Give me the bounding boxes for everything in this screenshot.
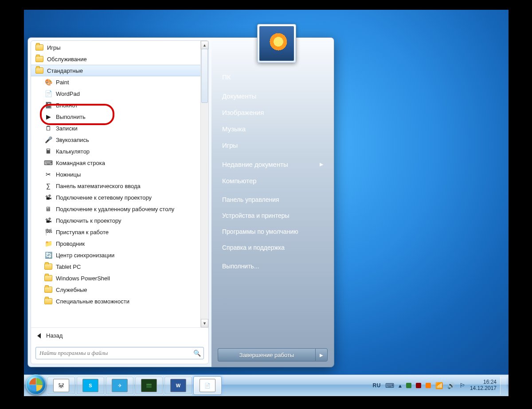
program-item-14[interactable]: 🖥Подключение к удаленному рабочему столу — [31, 203, 208, 215]
shutdown-button[interactable]: Завершение работы — [218, 348, 315, 362]
start-right-link-3[interactable]: Музыка — [219, 121, 327, 137]
program-item-label: WordPad — [56, 90, 80, 97]
start-right-link-label: Изображения — [222, 109, 264, 116]
tray-chevron-up-icon[interactable]: ▴ — [399, 382, 402, 389]
app-icon: 🎨 — [44, 78, 52, 86]
desktop[interactable]: ИгрыОбслуживаниеСтандартные🎨Paint📄WordPa… — [24, 10, 509, 396]
network-icon[interactable]: 📶 — [435, 382, 443, 389]
start-menu: ИгрыОбслуживаниеСтандартные🎨Paint📄WordPa… — [27, 37, 334, 367]
folder-icon — [35, 67, 43, 75]
scroll-thumb[interactable] — [201, 49, 208, 103]
search-input[interactable] — [39, 349, 193, 357]
program-item-16[interactable]: 🏁Приступая к работе — [31, 226, 208, 238]
program-item-1[interactable]: Обслуживание — [31, 53, 208, 65]
program-item-18[interactable]: 🔄Центр синхронизации — [31, 249, 208, 261]
shutdown-split-button[interactable]: Завершение работы ▶ — [218, 348, 328, 362]
app-icon: 📁 — [44, 240, 52, 248]
program-item-15[interactable]: 📽Подключить к проектору — [31, 215, 208, 226]
program-item-10[interactable]: ⌨Командная строка — [31, 157, 208, 169]
taskbar-item-panda[interactable]: 🐼 — [47, 376, 75, 395]
keyboard-icon[interactable]: ⌨ — [385, 382, 394, 389]
user-avatar-frame[interactable] — [257, 24, 296, 63]
start-right-link-label: Выполнить... — [222, 263, 259, 270]
app-icon: 🖩 — [44, 147, 52, 155]
start-right-link-label: Игры — [222, 142, 238, 149]
program-item-5[interactable]: 📓Блокнот — [31, 99, 208, 111]
start-right-link-9[interactable]: Программы по умолчанию — [219, 224, 327, 240]
program-item-9[interactable]: 🖩Калькулятор — [31, 146, 208, 157]
scroll-down-button[interactable]: ▼ — [201, 319, 208, 327]
volume-icon[interactable]: 🔊 — [447, 382, 455, 389]
taskbar-clock[interactable]: 16:24 14.12.2017 — [467, 379, 499, 392]
clock-time: 16:24 — [483, 379, 497, 385]
program-item-6[interactable]: ▶Выполнить — [31, 111, 208, 122]
program-item-label: Проводник — [56, 240, 85, 247]
start-right-link-label: Музыка — [222, 125, 246, 133]
program-item-4[interactable]: 📄WordPad — [31, 88, 208, 99]
app-icon: 📓 — [44, 101, 52, 109]
start-button[interactable] — [26, 374, 46, 395]
start-right-link-label: Устройства и принтеры — [222, 212, 289, 219]
user-avatar-icon — [259, 26, 294, 61]
taskbar-item-notepad[interactable]: 📄 — [193, 376, 222, 395]
start-right-link-label: Документы — [222, 92, 256, 100]
start-right-link-2[interactable]: Изображения — [219, 104, 327, 121]
start-menu-left-pane: ИгрыОбслуживаниеСтандартные🎨Paint📄WordPa… — [31, 40, 209, 364]
search-row: 🔍 — [31, 343, 208, 364]
search-icon: 🔍 — [193, 350, 201, 357]
program-item-0[interactable]: Игры — [31, 42, 208, 53]
app-icon: 📄 — [44, 90, 52, 98]
start-right-link-8[interactable]: Устройства и принтеры — [219, 208, 327, 224]
start-right-link-11[interactable]: Выполнить... — [219, 258, 327, 274]
tray-app-red-icon[interactable] — [416, 383, 421, 388]
tray-app-orange-icon[interactable] — [426, 383, 431, 388]
start-right-link-6[interactable]: Компьютер — [219, 173, 327, 189]
show-desktop-button[interactable] — [500, 377, 507, 394]
taskbar-item-word[interactable]: W — [164, 376, 192, 395]
system-tray[interactable]: RU ⌨ ▴ 📶 🔊 🏳 — [373, 382, 466, 389]
taskbar-item-skype[interactable]: S — [76, 376, 105, 395]
start-right-link-4[interactable]: Игры — [219, 137, 327, 153]
program-item-3[interactable]: 🎨Paint — [31, 76, 208, 88]
start-right-link-7[interactable]: Панель управления — [219, 192, 327, 208]
action-center-icon[interactable]: 🏳 — [459, 382, 466, 389]
app-icon: 🔄 — [44, 251, 52, 259]
program-item-12[interactable]: ∑Панель математического ввода — [31, 180, 208, 192]
back-button[interactable]: Назад — [31, 327, 208, 343]
program-item-19[interactable]: Tablet PC — [31, 261, 208, 272]
shutdown-options-button[interactable]: ▶ — [315, 348, 328, 362]
start-right-link-1[interactable]: Документы — [219, 88, 327, 104]
folder-icon — [35, 55, 43, 63]
start-right-link-0[interactable]: ПК — [219, 69, 327, 85]
program-item-label: Выполнить — [56, 114, 86, 120]
language-indicator[interactable]: RU — [373, 382, 381, 389]
program-item-8[interactable]: 🎤Звукозапись — [31, 134, 208, 146]
start-right-link-label: Панель управления — [222, 196, 279, 203]
program-item-11[interactable]: ✂Ножницы — [31, 169, 208, 180]
scroll-up-button[interactable]: ▲ — [201, 41, 208, 49]
start-right-link-label: Компьютер — [222, 177, 257, 185]
program-item-label: Tablet PC — [56, 263, 81, 270]
all-programs-list[interactable]: ИгрыОбслуживаниеСтандартные🎨Paint📄WordPa… — [31, 41, 208, 327]
app-icon: ∑ — [44, 182, 52, 190]
app-icon: 🗒 — [44, 124, 52, 132]
windows-logo-icon — [29, 378, 43, 391]
tray-app-green-icon[interactable] — [406, 383, 411, 388]
taskbar-item-monitor[interactable]: ▒▒ — [135, 376, 163, 395]
program-item-label: Блокнот — [56, 102, 78, 109]
program-item-label: Игры — [47, 44, 61, 51]
search-box[interactable]: 🔍 — [35, 347, 204, 359]
taskbar-item-telegram[interactable]: ✈ — [106, 376, 134, 395]
program-item-17[interactable]: 📁Проводник — [31, 238, 208, 249]
program-item-7[interactable]: 🗒Записки — [31, 122, 208, 134]
submenu-chevron-icon: ▶ — [320, 161, 323, 167]
program-item-20[interactable]: Windows PowerShell — [31, 272, 208, 284]
start-right-link-10[interactable]: Справка и поддержка — [219, 240, 327, 256]
program-item-21[interactable]: Служебные — [31, 284, 208, 295]
start-right-link-5[interactable]: Недавние документы▶ — [219, 156, 327, 173]
program-item-22[interactable]: Специальные возможности — [31, 295, 208, 307]
program-item-13[interactable]: 📽Подключение к сетевому проектору — [31, 192, 208, 203]
program-item-label: Калькулятор — [56, 148, 90, 155]
program-item-2[interactable]: Стандартные — [31, 65, 208, 76]
program-list-scrollbar[interactable]: ▲ ▼ — [200, 41, 208, 327]
